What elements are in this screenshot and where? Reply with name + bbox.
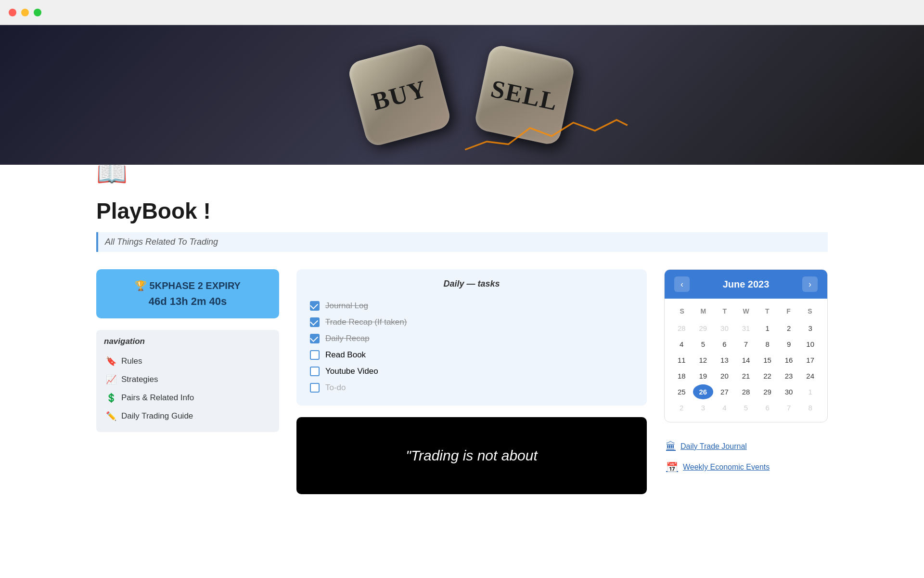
task-item-daily-recap[interactable]: Daily Recap	[310, 330, 633, 347]
cal-day[interactable]: 3	[800, 321, 821, 336]
cal-day[interactable]: 8	[800, 400, 821, 415]
bank-icon: 🏛	[666, 441, 676, 452]
task-item-trade-recap[interactable]: Trade Recap (If taken)	[310, 314, 633, 330]
chart-icon: 📈	[106, 374, 116, 385]
task-checkbox-youtube[interactable]	[310, 367, 320, 376]
phase-title: 🏆 5KPHASE 2 EXPIRY	[106, 280, 270, 291]
cal-day[interactable]: 12	[693, 353, 714, 368]
task-checkbox-read-book[interactable]	[310, 350, 320, 360]
cal-day[interactable]: 29	[693, 321, 714, 336]
calendar-grid: S M T W T F S 28 29 30 31 1	[665, 299, 827, 422]
calendar-days-grid: 28 29 30 31 1 2 3 4 5 6 7 8 9 1	[671, 321, 821, 415]
cal-day[interactable]: 20	[714, 368, 735, 383]
cal-day[interactable]: 22	[757, 368, 778, 383]
cal-day[interactable]: 5	[693, 337, 714, 352]
cal-day[interactable]: 15	[757, 353, 778, 368]
task-label-journal: Journal Log	[325, 301, 368, 311]
navigation-heading: navigation	[104, 337, 271, 346]
cal-day[interactable]: 2	[671, 400, 692, 415]
cal-day[interactable]: 6	[757, 400, 778, 415]
weekly-economic-events-link[interactable]: 📅 Weekly Economic Events	[664, 457, 828, 478]
cal-day[interactable]: 28	[671, 321, 692, 336]
calendar-next-button[interactable]: ›	[802, 276, 818, 292]
cal-day[interactable]: 11	[671, 353, 692, 368]
maximize-button[interactable]	[34, 9, 41, 16]
dow-sun: S	[671, 305, 693, 317]
main-grid: 🏆 5KPHASE 2 EXPIRY 46d 13h 2m 40s naviga…	[96, 269, 828, 494]
task-item-youtube[interactable]: Youtube Video	[310, 363, 633, 380]
cal-day[interactable]: 23	[779, 368, 799, 383]
cal-day[interactable]: 8	[757, 337, 778, 352]
task-checkbox-todo[interactable]	[310, 383, 320, 393]
quote-text: "Trading is not about	[406, 446, 538, 466]
currency-icon: 💲	[106, 393, 116, 403]
task-item-journal-log[interactable]: Journal Log	[310, 298, 633, 314]
calendar-month-year: June 2023	[723, 279, 770, 290]
tasks-title: Daily — tasks	[310, 279, 633, 289]
cal-day[interactable]: 9	[779, 337, 799, 352]
cal-day[interactable]: 21	[736, 368, 757, 383]
cal-day[interactable]: 3	[693, 400, 714, 415]
cal-day[interactable]: 29	[757, 384, 778, 399]
cal-day[interactable]: 30	[714, 321, 735, 336]
nav-label-pairs: Pairs & Related Info	[121, 393, 194, 403]
task-checkbox-trade-recap[interactable]	[310, 317, 320, 327]
cal-day[interactable]: 19	[693, 368, 714, 383]
cal-day[interactable]: 1	[757, 321, 778, 336]
chart-overlay	[462, 112, 630, 155]
minimize-button[interactable]	[21, 9, 29, 16]
nav-label-strategies: Strategies	[121, 375, 158, 384]
trophy-icon: 🏆	[135, 280, 147, 291]
cal-day[interactable]: 27	[714, 384, 735, 399]
task-label-daily-recap: Daily Recap	[325, 334, 370, 343]
calendar-prev-button[interactable]: ‹	[674, 276, 690, 292]
nav-item-pairs[interactable]: 💲 Pairs & Related Info	[104, 389, 271, 407]
task-checkbox-daily-recap[interactable]	[310, 334, 320, 343]
cal-day[interactable]: 17	[800, 353, 821, 368]
cal-day[interactable]: 13	[714, 353, 735, 368]
tasks-card: Daily — tasks Journal Log Trade Recap (I…	[296, 269, 647, 406]
daily-trade-journal-label: Daily Trade Journal	[680, 442, 747, 451]
calendar-header: ‹ June 2023 ›	[665, 270, 827, 299]
task-checkbox-journal[interactable]	[310, 301, 320, 311]
task-label-read-book: Read Book	[325, 350, 366, 360]
cal-day[interactable]: 18	[671, 368, 692, 383]
cal-day[interactable]: 7	[779, 400, 799, 415]
quote-card: "Trading is not about	[296, 417, 647, 494]
cal-day[interactable]: 28	[736, 384, 757, 399]
task-label-todo: To-do	[325, 383, 346, 393]
cal-day[interactable]: 30	[779, 384, 799, 399]
nav-item-rules[interactable]: 🔖 Rules	[104, 352, 271, 370]
cal-day-today[interactable]: 26	[693, 384, 714, 399]
cal-day[interactable]: 16	[779, 353, 799, 368]
nav-item-strategies[interactable]: 📈 Strategies	[104, 370, 271, 389]
cal-day[interactable]: 4	[671, 337, 692, 352]
pencil-icon: ✏️	[106, 411, 116, 421]
weekly-economic-events-label: Weekly Economic Events	[683, 463, 770, 472]
cal-day[interactable]: 31	[736, 321, 757, 336]
nav-item-daily-guide[interactable]: ✏️ Daily Trading Guide	[104, 407, 271, 425]
task-label-youtube: Youtube Video	[325, 367, 378, 376]
cal-day[interactable]: 7	[736, 337, 757, 352]
cal-day[interactable]: 14	[736, 353, 757, 368]
cal-day[interactable]: 4	[714, 400, 735, 415]
hero-banner: BUY SELL	[0, 25, 924, 165]
right-column: ‹ June 2023 › S M T W T F S	[664, 269, 828, 480]
daily-trade-journal-link[interactable]: 🏛 Daily Trade Journal	[664, 436, 828, 457]
close-button[interactable]	[9, 9, 16, 16]
cal-day[interactable]: 10	[800, 337, 821, 352]
task-item-read-book[interactable]: Read Book	[310, 347, 633, 363]
cal-day[interactable]: 25	[671, 384, 692, 399]
page-subtitle: All Things Related To Trading	[96, 232, 828, 252]
cal-day[interactable]: 2	[779, 321, 799, 336]
phase-card: 🏆 5KPHASE 2 EXPIRY 46d 13h 2m 40s	[96, 269, 279, 318]
cal-day[interactable]: 5	[736, 400, 757, 415]
bookmark-icon: 🔖	[106, 356, 116, 367]
cal-day[interactable]: 1	[800, 384, 821, 399]
cal-day[interactable]: 6	[714, 337, 735, 352]
cal-day[interactable]: 24	[800, 368, 821, 383]
dow-thu: T	[757, 305, 778, 317]
navigation-section: navigation 🔖 Rules 📈 Strategies 💲 Pairs …	[96, 330, 279, 432]
calendar-icon: 📅	[666, 461, 678, 473]
task-item-todo[interactable]: To-do	[310, 380, 633, 396]
